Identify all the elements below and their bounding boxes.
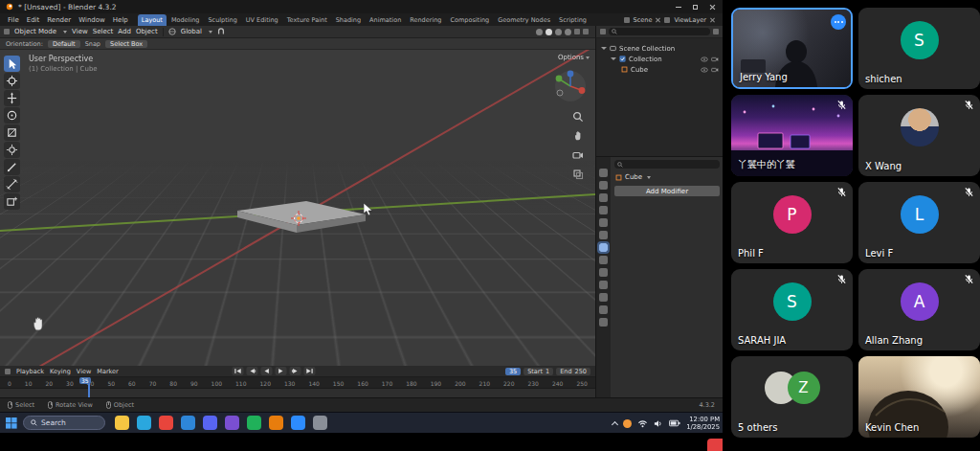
- workspace-tab-shading[interactable]: Shading: [332, 14, 365, 26]
- menu-render[interactable]: Render: [43, 15, 75, 25]
- shading-solid-icon[interactable]: [546, 29, 552, 35]
- tray-widget-icon[interactable]: [623, 419, 632, 428]
- taskbar-app-icon[interactable]: [225, 416, 239, 430]
- outliner-search-input[interactable]: [609, 28, 710, 35]
- outliner-row-scene-collection[interactable]: Scene Collection: [596, 43, 723, 54]
- properties-tab-icon[interactable]: [599, 268, 608, 277]
- wifi-icon[interactable]: [637, 419, 648, 428]
- taskbar-app-icon[interactable]: [269, 416, 283, 430]
- battery-icon[interactable]: [669, 419, 680, 427]
- properties-tab-icon[interactable]: [599, 218, 608, 227]
- render-camera-icon[interactable]: [711, 67, 719, 73]
- prev-keyframe-button[interactable]: [247, 367, 258, 375]
- workspace-tab-sculpting[interactable]: Sculpting: [204, 14, 240, 26]
- blender-titlebar[interactable]: * [Unsaved] - Blender 4.3.2: [0, 0, 723, 13]
- properties-tab-modifiers-icon[interactable]: [599, 243, 608, 252]
- taskbar-app-icon[interactable]: [291, 416, 305, 430]
- participant-more-menu-icon[interactable]: [831, 14, 846, 30]
- menu-object[interactable]: Object: [136, 28, 158, 35]
- workspace-tab-texture-paint[interactable]: Texture Paint: [283, 14, 331, 26]
- workspace-tab-uv-editing[interactable]: UV Editing: [242, 14, 282, 26]
- checkbox-checked-icon[interactable]: [619, 56, 626, 62]
- properties-tab-icon[interactable]: [599, 305, 608, 314]
- taskbar-search-input[interactable]: Search: [23, 416, 105, 430]
- workspace-tab-scripting[interactable]: Scripting: [555, 14, 590, 26]
- taskbar-app-icon[interactable]: [115, 416, 129, 430]
- workspace-tab-compositing[interactable]: Compositing: [446, 14, 493, 26]
- play-button[interactable]: [276, 367, 287, 375]
- minimize-button[interactable]: [676, 7, 681, 8]
- viewlayer-selector[interactable]: ViewLayer: [674, 16, 706, 24]
- participant-tile-yahuan[interactable]: 丫鬟中的丫鬟: [731, 95, 853, 176]
- workspace-tab-animation[interactable]: Animation: [366, 14, 405, 26]
- properties-tab-icon[interactable]: [599, 206, 608, 214]
- mode-dropdown[interactable]: Object Mode: [14, 28, 56, 35]
- participant-tile-x-wang[interactable]: X Wang: [858, 95, 980, 176]
- camera-view-icon[interactable]: [572, 149, 584, 161]
- workspace-tab-rendering[interactable]: Rendering: [406, 14, 445, 26]
- properties-tab-icon[interactable]: [599, 281, 608, 289]
- participant-tile-levi-f[interactable]: L Levi F: [858, 182, 980, 263]
- taskbar-app-icon[interactable]: [247, 416, 261, 430]
- shading-material-icon[interactable]: [555, 29, 562, 35]
- participant-tile-kevin-chen[interactable]: Kevin Chen: [858, 356, 980, 438]
- tool-move[interactable]: [4, 90, 20, 106]
- viewlayer-unlink-icon[interactable]: [710, 17, 715, 22]
- properties-tab-icon[interactable]: [599, 318, 608, 327]
- tool-transform[interactable]: [4, 142, 20, 158]
- menu-help[interactable]: Help: [109, 15, 132, 25]
- eye-visibility-icon[interactable]: [701, 56, 708, 62]
- eye-visibility-icon[interactable]: [701, 67, 708, 73]
- gizmos-icon[interactable]: [583, 29, 589, 34]
- timeline-menu-marker[interactable]: Marker: [97, 368, 118, 375]
- workspace-tab-geometry-nodes[interactable]: Geometry Nodes: [494, 14, 554, 26]
- start-button[interactable]: [6, 417, 17, 429]
- tool-select-box[interactable]: [4, 56, 20, 72]
- menu-view[interactable]: View: [72, 28, 88, 35]
- outliner-filter-icon[interactable]: [713, 29, 719, 34]
- frame-end-field[interactable]: End250: [556, 368, 590, 375]
- menu-add[interactable]: Add: [118, 28, 131, 35]
- properties-tab-icon[interactable]: [599, 293, 608, 302]
- taskbar-app-icon[interactable]: [159, 416, 173, 430]
- properties-tab-icon[interactable]: [599, 193, 608, 202]
- participant-tile-allan-zhang[interactable]: A Allan Zhang: [858, 269, 980, 350]
- scene-selector[interactable]: Scene: [634, 16, 653, 24]
- shading-rendered-icon[interactable]: [565, 29, 571, 35]
- cube-object[interactable]: [220, 190, 383, 242]
- taskbar-app-icon[interactable]: [313, 416, 327, 430]
- perspective-toggle-icon[interactable]: [572, 169, 584, 180]
- frame-start-field[interactable]: Start1: [523, 368, 553, 375]
- taskbar-app-icon[interactable]: [203, 416, 217, 430]
- scene-unlink-icon[interactable]: [656, 17, 660, 22]
- timeline-editor-icon[interactable]: [5, 369, 11, 374]
- properties-tab-icon[interactable]: [599, 169, 608, 177]
- editor-type-icon[interactable]: [4, 29, 10, 34]
- volume-icon[interactable]: [654, 419, 663, 428]
- properties-tab-icon[interactable]: [599, 181, 608, 190]
- navigation-gizmo[interactable]: [553, 69, 588, 103]
- menu-window[interactable]: Window: [75, 15, 109, 25]
- options-dropdown[interactable]: Options: [558, 54, 590, 61]
- tool-rotate[interactable]: [4, 107, 20, 124]
- participant-tile-sarah-jia[interactable]: S SARAH JIA: [731, 269, 853, 350]
- properties-search-input[interactable]: [614, 160, 720, 169]
- menu-select[interactable]: Select: [93, 28, 114, 35]
- jump-to-start-button[interactable]: [233, 367, 244, 375]
- properties-tab-icon[interactable]: [599, 256, 608, 264]
- zoom-icon[interactable]: [572, 111, 584, 123]
- maximize-button[interactable]: [693, 5, 698, 10]
- taskbar-app-icon[interactable]: [181, 416, 195, 430]
- workspace-tab-modeling[interactable]: Modeling: [167, 14, 204, 26]
- play-reverse-button[interactable]: [261, 367, 273, 375]
- timeline-menu-playback[interactable]: Playback: [16, 368, 44, 375]
- clock[interactable]: 12:00 PM 1/28/2025: [686, 416, 720, 431]
- menu-file[interactable]: File: [4, 15, 23, 25]
- next-keyframe-button[interactable]: [290, 367, 301, 375]
- outliner-row-cube[interactable]: Cube: [596, 64, 723, 75]
- timeline-menu-keying[interactable]: Keying: [50, 368, 71, 375]
- jump-to-end-button[interactable]: [304, 367, 316, 375]
- orientation-dropdown[interactable]: Global: [181, 28, 202, 35]
- tool-annotate[interactable]: [4, 159, 20, 175]
- timeline-menu-view[interactable]: View: [77, 368, 91, 375]
